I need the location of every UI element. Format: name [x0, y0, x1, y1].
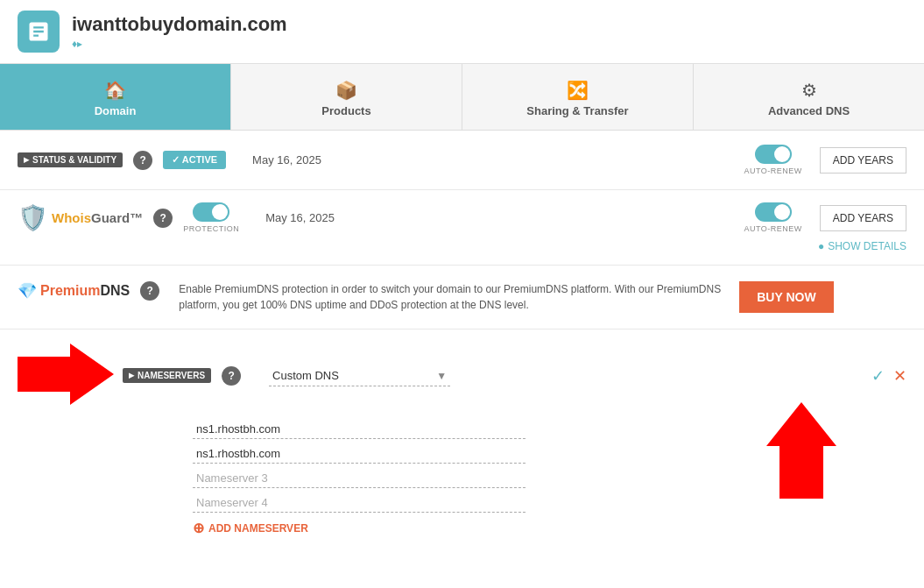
- add-years-button[interactable]: ADD YEARS: [820, 147, 906, 174]
- ns3-row: [193, 469, 525, 488]
- whoisguard-help-icon[interactable]: ?: [153, 209, 173, 228]
- wg-add-years-button[interactable]: ADD YEARS: [820, 205, 906, 231]
- auto-renew-toggle[interactable]: [755, 145, 792, 164]
- ns2-input[interactable]: [193, 444, 525, 464]
- nameservers-inputs: ⊕ ADD NAMESERVER: [193, 420, 525, 536]
- wg-auto-renew-label: AUTO-RENEW: [744, 224, 802, 233]
- tab-sharing-label: Sharing & Transfer: [526, 104, 628, 117]
- left-arrow-indicator: [18, 344, 114, 407]
- premiumdns-description: Enable PremiumDNS protection in order to…: [179, 281, 722, 313]
- tab-domain-label: Domain: [95, 104, 137, 117]
- show-details-icon: ●: [818, 240, 824, 252]
- dns-type-select[interactable]: Custom DNS Namecheap BasicDNS Namecheap …: [269, 365, 450, 386]
- protection-label: PROTECTION: [183, 224, 239, 233]
- auto-renew-toggle-wrap: AUTO-RENEW: [744, 145, 802, 175]
- domain-icon: [18, 11, 60, 53]
- products-icon: 📦: [240, 80, 453, 101]
- tab-bar: 🏠 Domain 📦 Products 🔀 Sharing & Transfer…: [0, 64, 924, 131]
- up-arrow-indicator: [766, 402, 836, 501]
- nameservers-actions: ✓ ✕: [871, 366, 906, 386]
- ns1-row: [193, 420, 525, 439]
- tab-products[interactable]: 📦 Products: [231, 64, 462, 130]
- save-nameservers-check[interactable]: ✓: [871, 366, 885, 386]
- whoisguard-name: Whois: [52, 210, 91, 225]
- premium-label: Premium: [40, 283, 100, 299]
- wg-auto-renew-wrap: AUTO-RENEW: [744, 202, 802, 233]
- sharing-icon: 🔀: [471, 80, 684, 101]
- add-ns-label: ADD NAMESERVER: [208, 522, 308, 535]
- protection-toggle[interactable]: [193, 202, 229, 222]
- status-date: May 16, 2025: [252, 153, 321, 166]
- home-icon: 🏠: [9, 80, 222, 101]
- active-badge: ✓ ACTIVE: [163, 151, 226, 169]
- tab-sharing-transfer[interactable]: 🔀 Sharing & Transfer: [462, 64, 694, 130]
- wg-auto-renew-toggle[interactable]: [755, 202, 792, 222]
- whoisguard-name2: Guard™: [91, 210, 143, 225]
- buy-now-button[interactable]: BUY NOW: [739, 281, 833, 313]
- svg-marker-1: [766, 402, 836, 499]
- premiumdns-row: 💎 PremiumDNS ? Enable PremiumDNS protect…: [0, 266, 924, 329]
- whoisguard-shield-icon: 🛡️: [18, 203, 48, 232]
- ns2-row: [193, 444, 525, 464]
- nameservers-help-icon[interactable]: ?: [222, 366, 241, 386]
- nameservers-section: NAMESERVERS ? Custom DNS Namecheap Basic…: [0, 329, 924, 550]
- ns4-input[interactable]: [193, 493, 525, 513]
- premiumdns-help-icon[interactable]: ?: [140, 281, 159, 301]
- add-ns-plus-icon: ⊕: [193, 520, 204, 536]
- nameservers-top-row: NAMESERVERS ? Custom DNS Namecheap Basic…: [18, 344, 906, 407]
- dns-type-select-wrap: Custom DNS Namecheap BasicDNS Namecheap …: [269, 365, 450, 386]
- advanced-dns-icon: ⚙: [702, 80, 915, 101]
- domain-sub-icon: ♦▸: [72, 38, 287, 50]
- show-details-link[interactable]: ● SHOW DETAILS: [818, 240, 906, 252]
- up-arrow-svg: [766, 402, 836, 499]
- add-nameserver-button[interactable]: ⊕ ADD NAMESERVER: [193, 520, 525, 536]
- whoisguard-logo: 🛡️ WhoisGuard™: [18, 203, 143, 232]
- whoisguard-row: 🛡️ WhoisGuard™ ? PROTECTION May 16, 2025…: [0, 190, 924, 266]
- tab-advanced-dns[interactable]: ⚙ Advanced DNS: [694, 64, 924, 130]
- whoisguard-date: May 16, 2025: [265, 211, 335, 224]
- nameservers-main-row: ⊕ ADD NAMESERVER: [18, 420, 906, 536]
- ns4-row: [193, 493, 525, 513]
- ns3-input[interactable]: [193, 469, 525, 488]
- tab-advanced-dns-label: Advanced DNS: [768, 104, 850, 117]
- ns1-input[interactable]: [193, 420, 525, 439]
- premiumdns-logo: 💎 PremiumDNS: [18, 281, 130, 301]
- show-details-label: SHOW DETAILS: [828, 240, 906, 252]
- dns-label: DNS: [100, 283, 130, 299]
- protection-toggle-wrap: PROTECTION: [183, 202, 239, 233]
- page-header: iwanttobuydomain.com ♦▸: [0, 0, 924, 64]
- domain-title: iwanttobuydomain.com: [72, 13, 287, 36]
- status-badge: STATUS & VALIDITY: [18, 152, 123, 167]
- nameservers-badge: NAMESERVERS: [123, 368, 211, 383]
- tab-domain[interactable]: 🏠 Domain: [0, 64, 231, 130]
- cancel-nameservers-x[interactable]: ✕: [893, 366, 906, 386]
- auto-renew-label: AUTO-RENEW: [744, 166, 802, 175]
- tab-products-label: Products: [321, 104, 370, 117]
- svg-marker-0: [18, 344, 114, 405]
- premium-diamond-icon: 💎: [18, 281, 37, 301]
- status-help-icon[interactable]: ?: [133, 151, 152, 170]
- status-row: STATUS & VALIDITY ? ✓ ACTIVE May 16, 202…: [0, 131, 924, 190]
- right-arrow-svg: [18, 344, 114, 405]
